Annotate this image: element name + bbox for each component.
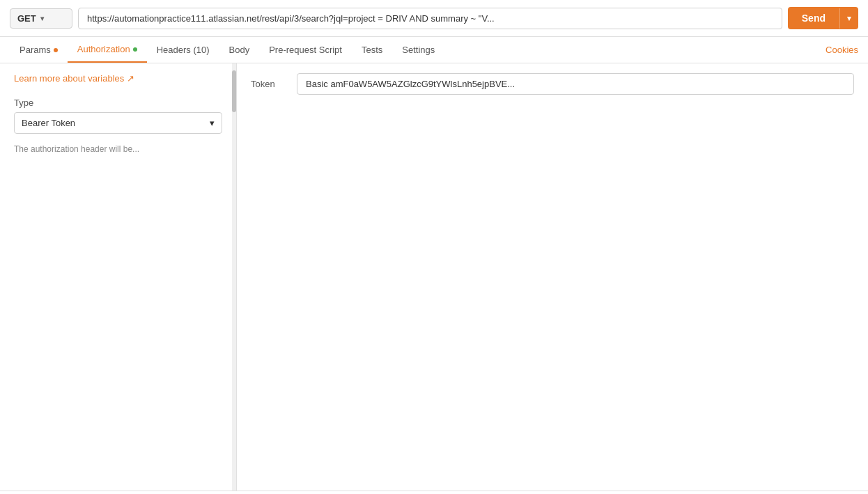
url-bar: GET ▾ Send ▾ xyxy=(0,0,868,37)
tab-body[interactable]: Body xyxy=(219,38,260,62)
prerequest-tab-label: Pre-request Script xyxy=(269,45,342,55)
send-label: Send xyxy=(788,7,839,29)
tab-headers[interactable]: Headers (10) xyxy=(147,38,219,62)
method-label: GET xyxy=(17,13,36,24)
settings-tab-label: Settings xyxy=(402,45,435,55)
tab-prerequest[interactable]: Pre-request Script xyxy=(259,38,352,62)
left-scrollbar-thumb[interactable] xyxy=(232,70,236,112)
auth-left-panel: Learn more about variables ↗ Type Bearer… xyxy=(0,63,237,491)
token-row: Token xyxy=(251,73,854,95)
learn-more-link[interactable]: Learn more about variables ↗ xyxy=(14,73,222,84)
resp-tab-body[interactable]: Body xyxy=(10,491,47,494)
params-tab-label: Params xyxy=(20,45,51,55)
tests-tab-label: Tests xyxy=(362,45,382,55)
type-select[interactable]: Bearer Token ▾ xyxy=(14,112,222,134)
response-section: Body Cookies (1) Headers (14) Test Resul… xyxy=(0,491,868,494)
type-chevron-icon: ▾ xyxy=(210,118,215,128)
auth-note: The authorization header will be... xyxy=(14,144,222,155)
left-scrollbar[interactable] xyxy=(232,63,236,491)
send-button[interactable]: Send ▾ xyxy=(788,7,858,29)
main-content: Learn more about variables ↗ Type Bearer… xyxy=(0,63,868,491)
response-tabs: Body Cookies (1) Headers (14) Test Resul… xyxy=(0,491,868,494)
auth-dot-icon xyxy=(133,47,137,52)
tab-params[interactable]: Params xyxy=(10,38,68,62)
type-value: Bearer Token xyxy=(22,118,75,128)
method-select[interactable]: GET ▾ xyxy=(10,8,72,29)
params-dot-icon xyxy=(54,48,58,52)
authorization-tab-label: Authorization xyxy=(77,44,130,54)
headers-tab-label: Headers (10) xyxy=(157,45,210,55)
request-tabs: Params Authorization Headers (10) Body P… xyxy=(0,37,868,63)
token-label: Token xyxy=(251,79,286,89)
method-chevron-icon: ▾ xyxy=(40,15,44,22)
cookies-link[interactable]: Cookies xyxy=(826,45,858,55)
url-input[interactable] xyxy=(78,8,782,29)
body-tab-label: Body xyxy=(229,45,250,55)
send-dropdown-chevron-icon: ▾ xyxy=(839,8,858,29)
auth-form: Learn more about variables ↗ Type Bearer… xyxy=(0,63,236,165)
tab-settings[interactable]: Settings xyxy=(392,38,444,62)
auth-right-panel: Token xyxy=(237,63,868,491)
type-label: Type xyxy=(14,98,222,108)
tab-authorization[interactable]: Authorization xyxy=(68,37,147,63)
token-input[interactable] xyxy=(297,73,854,95)
tab-tests[interactable]: Tests xyxy=(352,38,392,62)
